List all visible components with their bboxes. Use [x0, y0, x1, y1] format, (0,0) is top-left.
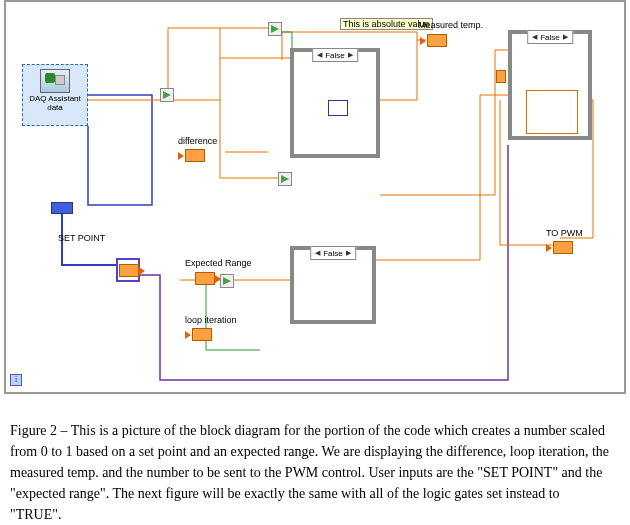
setpoint-label: SET POINT	[58, 233, 105, 243]
measured-temp-indicator[interactable]	[420, 34, 448, 49]
case-structure-2[interactable]: ◀ False ▶	[290, 246, 376, 324]
case-selector-1[interactable]: ◀ False ▶	[312, 48, 358, 62]
chevron-right-icon[interactable]: ▶	[348, 51, 353, 59]
setpoint-control[interactable]	[116, 258, 140, 282]
case1-inner-node[interactable]	[328, 100, 348, 116]
expected-range-control[interactable]	[195, 272, 215, 285]
block-diagram: DAQ Assistant data SET POINT difference …	[0, 0, 630, 400]
compare-node-1[interactable]	[160, 88, 174, 102]
to-pwm-label: TO PWM	[546, 228, 583, 238]
difference-label: difference	[178, 136, 217, 146]
case-selector-2-value: False	[323, 249, 343, 258]
to-pwm-indicator[interactable]	[546, 241, 574, 256]
expected-range-label: Expected Range	[185, 258, 252, 268]
case-selector-1-value: False	[325, 51, 345, 60]
loop-iteration-indicator[interactable]	[185, 328, 213, 343]
compare-node-4[interactable]	[278, 172, 292, 186]
case-structure-3[interactable]: ◀ False ▶	[508, 30, 592, 140]
setpoint-terminal-icon	[119, 264, 139, 277]
figure-caption: Figure 2 – This is a picture of the bloc…	[10, 420, 610, 525]
case-selector-3[interactable]: ◀ False ▶	[527, 30, 573, 44]
loop-iteration-label: loop iteration	[185, 315, 237, 325]
chevron-right-icon[interactable]: ▶	[346, 249, 351, 257]
daq-icon	[40, 69, 70, 93]
case3-inner-frame	[526, 90, 578, 134]
loop-iteration-terminal[interactable]	[10, 374, 22, 386]
compare-node-5[interactable]	[220, 274, 234, 288]
case-selector-3-value: False	[540, 33, 560, 42]
daq-assistant-node[interactable]: DAQ Assistant data	[22, 64, 88, 126]
chevron-left-icon[interactable]: ◀	[317, 51, 322, 59]
case-structure-1[interactable]: ◀ False ▶	[290, 48, 380, 158]
dynamic-data-converter[interactable]	[51, 202, 73, 214]
chevron-right-icon[interactable]: ▶	[563, 33, 568, 41]
numeric-constant[interactable]	[496, 70, 506, 83]
case-selector-2[interactable]: ◀ False ▶	[310, 246, 356, 260]
daq-label-2: data	[23, 104, 87, 113]
measured-temp-label: Measured temp.	[418, 20, 483, 30]
compare-node-2[interactable]	[268, 22, 282, 36]
difference-indicator[interactable]	[178, 149, 206, 164]
chevron-left-icon[interactable]: ◀	[315, 249, 320, 257]
chevron-left-icon[interactable]: ◀	[532, 33, 537, 41]
